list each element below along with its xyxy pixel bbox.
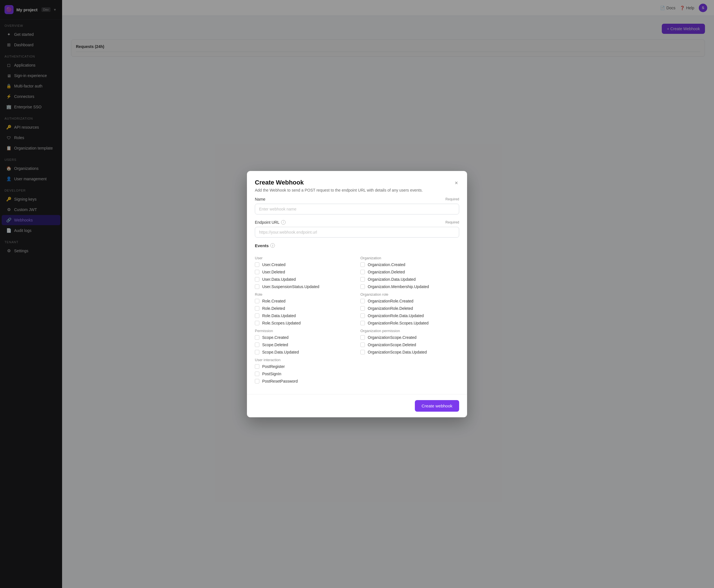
event-item-orgrole-created: OrganizationRole.Created [360,299,459,303]
event-item-user-deleted: User.Deleted [255,270,354,274]
event-label-orgscope-deleted: OrganizationScope.Deleted [368,342,416,347]
checkbox-role-scopes[interactable] [255,321,259,325]
checkbox-user-created[interactable] [255,262,259,267]
event-item-org-deleted: Organization.Deleted [360,270,459,274]
event-item-user-suspension: User.SuspensionStatus.Updated [255,285,354,289]
events-info-icon[interactable]: i [270,243,275,248]
modal-overlay: Create Webhook Add the Webhook to send a… [62,0,714,588]
event-label-role-created: Role.Created [262,299,286,303]
role-category-label: Role [255,292,354,296]
endpoint-required: Required [445,220,459,224]
modal-title: Create Webhook [255,179,423,186]
event-label-post-signin: PostSignIn [262,372,281,376]
event-label-org-data-updated: Organization.Data.Updated [368,277,416,281]
event-label-role-scopes: Role.Scopes.Updated [262,321,300,325]
event-item-orgrole-data-updated: OrganizationRole.Data.Updated [360,313,459,318]
checkbox-org-data-updated[interactable] [360,277,365,281]
event-item-orgrole-deleted: OrganizationRole.Deleted [360,306,459,311]
checkbox-user-data-updated[interactable] [255,277,259,281]
event-label-scope-deleted: Scope.Deleted [262,342,288,347]
event-item-user-created: User.Created [255,262,354,267]
event-item-org-created: Organization.Created [360,262,459,267]
event-label-orgrole-scopes: OrganizationRole.Scopes.Updated [368,321,429,325]
event-label-user-deleted: User.Deleted [262,270,285,274]
checkbox-user-deleted[interactable] [255,270,259,274]
modal-subtitle: Add the Webhook to send a POST request t… [255,188,423,192]
name-required: Required [445,197,459,201]
checkbox-orgrole-created[interactable] [360,299,365,303]
events-column-right: Organization Organization.Created Organi… [360,253,459,386]
checkbox-post-signin[interactable] [255,372,259,376]
org-role-category-label: Organization role [360,292,459,296]
event-item-role-deleted: Role.Deleted [255,306,354,311]
checkbox-org-deleted[interactable] [360,270,365,274]
checkbox-role-data-updated[interactable] [255,313,259,318]
event-item-role-data-updated: Role.Data.Updated [255,313,354,318]
event-label-user-created: User.Created [262,262,285,267]
event-label-post-reset-password: PostResetPassword [262,379,298,383]
checkbox-org-membership[interactable] [360,285,365,289]
checkbox-orgrole-data-updated[interactable] [360,313,365,318]
name-field-group: Name Required [255,197,459,214]
event-item-user-data-updated: User.Data.Updated [255,277,354,281]
event-label-user-data-updated: User.Data.Updated [262,277,296,281]
event-label-scope-created: Scope.Created [262,335,289,340]
checkbox-user-suspension[interactable] [255,285,259,289]
event-label-org-created: Organization.Created [368,262,405,267]
checkbox-scope-created[interactable] [255,335,259,340]
event-label-orgrole-data-updated: OrganizationRole.Data.Updated [368,313,424,318]
checkbox-orgscope-data-updated[interactable] [360,350,365,354]
checkbox-scope-deleted[interactable] [255,342,259,347]
event-item-scope-created: Scope.Created [255,335,354,340]
checkbox-orgrole-scopes[interactable] [360,321,365,325]
event-label-scope-data-updated: Scope.Data.Updated [262,350,299,354]
event-item-orgscope-data-updated: OrganizationScope.Data.Updated [360,350,459,354]
permission-category-label: Permission [255,329,354,333]
user-category-label: User [255,256,354,260]
modal-close-button[interactable]: × [454,179,459,187]
create-webhook-modal: Create Webhook Add the Webhook to send a… [247,171,467,417]
event-label-post-register: PostRegister [262,364,285,369]
checkbox-org-created[interactable] [360,262,365,267]
event-label-orgscope-created: OrganizationScope.Created [368,335,417,340]
event-label-role-data-updated: Role.Data.Updated [262,313,296,318]
event-item-role-scopes: Role.Scopes.Updated [255,321,354,325]
events-column-left: User User.Created User.Deleted [255,253,354,386]
event-label-org-deleted: Organization.Deleted [368,270,405,274]
event-label-orgscope-data-updated: OrganizationScope.Data.Updated [368,350,427,354]
modal-header: Create Webhook Add the Webhook to send a… [247,171,467,197]
events-grid: User User.Created User.Deleted [255,253,459,386]
event-item-post-reset-password: PostResetPassword [255,379,354,383]
checkbox-post-reset-password[interactable] [255,379,259,383]
checkbox-orgscope-created[interactable] [360,335,365,340]
event-item-org-membership: Organization.Membership.Updated [360,285,459,289]
event-item-scope-data-updated: Scope.Data.Updated [255,350,354,354]
org-permission-category-label: Organization permission [360,329,459,333]
checkbox-role-created[interactable] [255,299,259,303]
checkbox-role-deleted[interactable] [255,306,259,311]
event-item-post-signin: PostSignIn [255,372,354,376]
endpoint-input[interactable] [255,227,459,237]
endpoint-info-icon[interactable]: i [281,220,286,225]
checkbox-orgrole-deleted[interactable] [360,306,365,311]
name-label: Name Required [255,197,459,202]
endpoint-label-row: Endpoint URL i [255,220,286,225]
endpoint-field-group: Endpoint URL i Required [255,220,459,237]
name-input[interactable] [255,204,459,214]
checkbox-post-register[interactable] [255,364,259,369]
event-item-post-register: PostRegister [255,364,354,369]
event-label-orgrole-deleted: OrganizationRole.Deleted [368,306,413,311]
checkbox-scope-data-updated[interactable] [255,350,259,354]
modal-body: Name Required Endpoint URL i Required [247,197,467,394]
endpoint-label: Endpoint URL i Required [255,220,459,225]
event-item-orgscope-deleted: OrganizationScope.Deleted [360,342,459,347]
checkbox-orgscope-deleted[interactable] [360,342,365,347]
event-label-org-membership: Organization.Membership.Updated [368,285,429,289]
event-item-role-created: Role.Created [255,299,354,303]
events-title: Events i [255,243,459,248]
event-label-role-deleted: Role.Deleted [262,306,285,311]
create-webhook-modal-button[interactable]: Create webhook [415,400,459,412]
event-item-orgrole-scopes: OrganizationRole.Scopes.Updated [360,321,459,325]
event-item-orgscope-created: OrganizationScope.Created [360,335,459,340]
events-section: Events i User User.Created [255,243,459,386]
